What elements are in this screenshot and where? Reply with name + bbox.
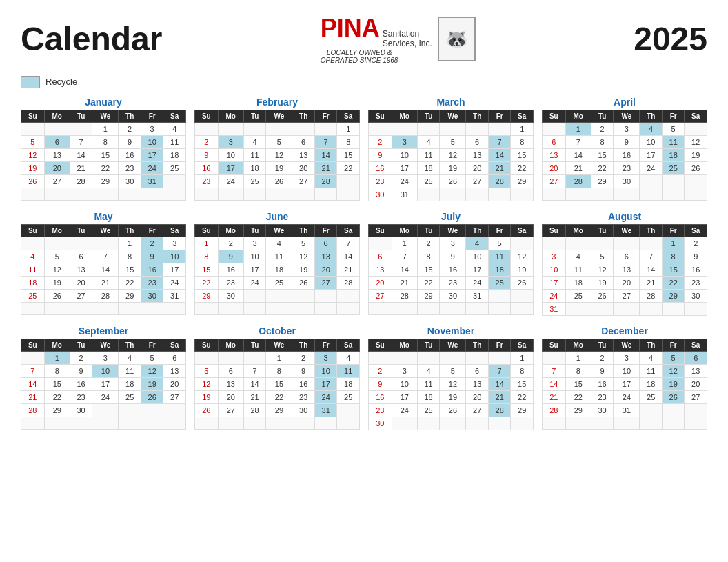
- calendar-day: 30: [119, 174, 141, 188]
- month-table: SuMoTuWeThFrSa12345678910111213141516171…: [368, 110, 534, 201]
- month-table: SuMoTuWeThFrSa12345678910111213141516171…: [542, 110, 707, 201]
- calendar-day: 9: [369, 148, 392, 161]
- header-divider: [21, 70, 707, 70]
- calendar-day: 2: [591, 351, 614, 364]
- calendar-day: 12: [591, 263, 614, 276]
- calendar-day: 17: [543, 276, 566, 289]
- calendar-day: [218, 351, 243, 364]
- calendar-day: 24: [314, 390, 337, 403]
- calendar-day: 20: [466, 390, 489, 403]
- day-header: We: [92, 339, 119, 351]
- calendar-day: 10: [163, 250, 186, 263]
- calendar-day: 25: [417, 403, 440, 417]
- calendar-day: [662, 188, 685, 200]
- calendar-day: [292, 302, 315, 314]
- calendar-day: 14: [392, 263, 417, 276]
- calendar-day: 28: [565, 174, 591, 188]
- calendar-day: [614, 417, 640, 429]
- calendar-day: [141, 417, 163, 429]
- calendar-day: 1: [511, 122, 534, 135]
- calendar-day: 13: [292, 148, 315, 161]
- calendar-day: [511, 237, 534, 250]
- calendar-day: 9: [141, 250, 163, 263]
- day-header: Su: [369, 224, 392, 237]
- calendar-day: [511, 302, 534, 314]
- calendar-day: [440, 351, 466, 364]
- day-header: Sa: [685, 110, 707, 122]
- calendar-day: 20: [369, 276, 392, 289]
- calendar-day: 22: [44, 390, 70, 403]
- calendar-day: [92, 237, 119, 250]
- calendar-day: 16: [685, 263, 707, 276]
- calendar-day: 5: [292, 237, 315, 250]
- day-header: Fr: [662, 110, 685, 122]
- calendar-day: [218, 302, 243, 314]
- calendar-day: 25: [163, 161, 186, 174]
- day-header: Mo: [392, 224, 417, 237]
- calendar-day: [44, 302, 70, 314]
- month-title: March: [368, 97, 534, 108]
- calendar-day: 25: [565, 289, 591, 302]
- calendar-day: 8: [337, 135, 360, 148]
- calendar-day: [163, 174, 186, 188]
- calendar-day: 28: [488, 403, 511, 417]
- calendar-day: 27: [163, 390, 186, 403]
- calendar-day: 23: [218, 276, 243, 289]
- day-header: Fr: [141, 339, 163, 351]
- calendar-day: 31: [614, 403, 640, 417]
- day-header: Su: [195, 224, 219, 237]
- day-header: Th: [292, 339, 315, 351]
- calendar-day: 22: [266, 390, 292, 403]
- day-header: We: [614, 339, 640, 351]
- calendar-day: 23: [440, 276, 466, 289]
- calendar-day: 10: [392, 377, 417, 390]
- calendar-day: 27: [466, 403, 489, 417]
- calendar-day: 2: [218, 237, 243, 250]
- calendar-day: 19: [141, 377, 163, 390]
- calendar-day: 11: [21, 263, 45, 276]
- brand-info: PINA Sanitation Services, Inc. LOCALLY O…: [321, 14, 432, 64]
- calendar-day: 24: [92, 390, 119, 403]
- calendar-day: [337, 302, 360, 314]
- day-header: Sa: [685, 339, 707, 351]
- calendar-day: 1: [565, 351, 591, 364]
- month-february: FebruarySuMoTuWeThFrSa123456789101112131…: [194, 97, 360, 201]
- calendar-day: 29: [119, 289, 141, 302]
- calendar-day: 30: [292, 403, 315, 417]
- calendar-day: 13: [614, 263, 640, 276]
- calendar-day: 4: [337, 351, 360, 364]
- calendar-day: 3: [543, 250, 566, 263]
- calendar-day: [591, 417, 614, 429]
- month-table: SuMoTuWeThFrSa12345678910111213141516171…: [542, 224, 707, 316]
- calendar-day: [466, 417, 489, 430]
- calendar-day: [70, 122, 92, 135]
- calendar-day: [21, 237, 45, 250]
- calendar-day: [565, 417, 591, 429]
- day-header: We: [440, 110, 466, 122]
- calendar-day: [314, 417, 337, 429]
- calendar-day: [218, 417, 243, 429]
- month-table: SuMoTuWeThFrSa12345678910111213141516171…: [21, 339, 186, 430]
- calendar-day: [685, 417, 707, 429]
- calendar-day: 30: [685, 289, 707, 302]
- calendar-day: 22: [92, 161, 119, 174]
- calendar-day: 9: [614, 135, 640, 148]
- calendar-day: [543, 351, 566, 364]
- day-header: Sa: [511, 110, 534, 122]
- calendar-day: 22: [195, 276, 219, 289]
- calendar-day: [662, 302, 685, 315]
- calendar-day: 31: [314, 403, 337, 417]
- day-header: We: [92, 224, 119, 237]
- calendar-day: 15: [511, 377, 534, 390]
- calendar-day: [662, 174, 685, 188]
- calendar-day: 12: [440, 148, 466, 161]
- calendar-day: [337, 289, 360, 302]
- calendar-day: 9: [369, 377, 392, 390]
- calendar-day: 18: [337, 377, 360, 390]
- day-header: Fr: [141, 110, 163, 122]
- month-table: SuMoTuWeThFrSa12345678910111213141516171…: [542, 339, 707, 430]
- calendar-day: 1: [266, 351, 292, 364]
- calendar-day: 10: [218, 148, 243, 161]
- calendar-day: 16: [369, 390, 392, 403]
- calendar-day: 14: [92, 263, 119, 276]
